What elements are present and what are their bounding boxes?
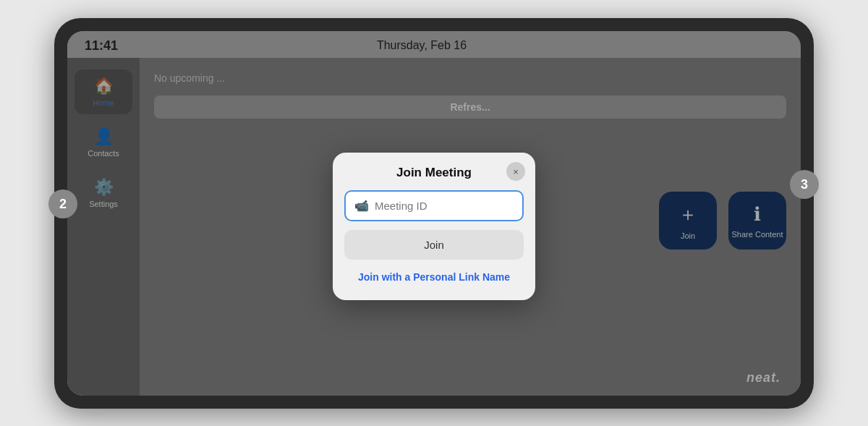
main-area: 🏠 Home 👤 Contacts ⚙️ Settings No upcomin…: [67, 58, 801, 396]
modal-body: 📹 Join Join with a Personal Link Name: [333, 190, 535, 286]
modal-title: Join Meeting: [396, 166, 472, 180]
tablet-shell: 11:41 Thursday, Feb 16 🏠 Home 👤 Contacts…: [54, 18, 814, 409]
modal-header: Join Meeting ×: [333, 153, 535, 190]
modal-close-button[interactable]: ×: [506, 162, 525, 181]
status-bar: 11:41 Thursday, Feb 16: [67, 31, 801, 58]
meeting-id-input[interactable]: [375, 200, 514, 212]
personal-link-button[interactable]: Join with a Personal Link Name: [344, 268, 524, 286]
join-button[interactable]: Join: [344, 230, 524, 260]
join-meeting-modal: Join Meeting × 📹 Join Join with a Person…: [333, 153, 535, 300]
modal-overlay[interactable]: Join Meeting × 📹 Join Join with a Person…: [67, 58, 801, 396]
status-time: 11:41: [85, 38, 118, 54]
status-date: Thursday, Feb 16: [377, 39, 467, 52]
camera-icon: 📹: [354, 199, 369, 213]
meeting-id-input-wrapper: 📹: [344, 190, 524, 221]
tablet-screen: 11:41 Thursday, Feb 16 🏠 Home 👤 Contacts…: [67, 31, 801, 396]
